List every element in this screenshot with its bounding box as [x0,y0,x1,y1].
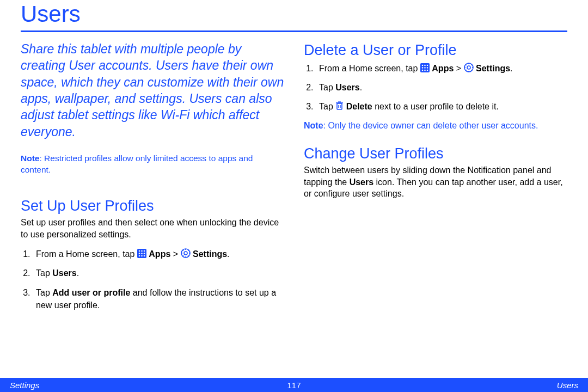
svg-point-7 [139,255,140,257]
page-title: Users [21,0,567,30]
heading-change: Change User Profiles [304,145,567,162]
list-item: Tap Add user or profile and follow the i… [33,286,284,311]
page-footer: Settings 117 Users [0,378,588,392]
title-divider [21,30,567,32]
settings-gear-icon [181,248,191,258]
step-text: From a Home screen, tap [319,64,420,73]
svg-rect-40 [337,103,342,109]
setup-body: Set up user profiles and then select one… [21,217,284,240]
step-text: From a Home screen, tap [36,249,137,259]
note-text: : Only the device owner can delete other… [323,121,538,130]
apps-grid-icon [137,249,146,258]
trash-icon [335,101,344,111]
note-text: : Restricted profiles allow only limited… [21,154,253,174]
settings-label: Settings [193,249,227,259]
list-item: From a Home screen, tap Apps > Settings. [316,62,567,75]
step-text: next to a user profile to delete it. [372,102,499,111]
step-text: . [360,83,362,92]
svg-line-36 [465,64,466,65]
svg-point-28 [424,70,426,71]
svg-line-38 [471,64,471,65]
note-label: Note [304,121,323,130]
users-label: Users [335,83,359,92]
svg-point-5 [141,253,143,254]
step-text: . [77,268,79,278]
svg-point-6 [144,253,145,254]
svg-point-3 [144,250,145,252]
list-item: Tap Users. [33,267,284,279]
add-user-label: Add user or profile [52,288,130,297]
apps-grid-icon [420,63,430,72]
svg-point-8 [141,255,143,257]
left-column: Share this tablet with multiple people b… [21,41,284,318]
step-text: Tap [319,83,335,92]
gt: > [170,249,180,259]
svg-point-9 [144,255,145,257]
content-columns: Share this tablet with multiple people b… [21,41,567,318]
footer-page-number: 117 [0,381,588,390]
list-item: Tap Delete next to a user profile to del… [316,100,567,113]
svg-point-31 [467,66,470,69]
step-text: . [227,249,229,259]
users-label: Users [52,268,76,278]
svg-point-29 [427,70,428,71]
document-page: Users Share this tablet with multiple pe… [0,0,588,392]
svg-line-19 [182,255,183,256]
right-column: Delete a User or Profile From a Home scr… [304,41,567,318]
svg-point-11 [184,252,187,255]
step-text: Tap [36,288,52,297]
svg-point-21 [422,65,424,66]
settings-gear-icon [464,63,474,72]
heading-setup: Set Up User Profiles [21,198,284,215]
svg-line-17 [188,255,188,256]
svg-line-18 [188,250,188,251]
svg-point-24 [422,67,424,69]
list-item: Tap Users. [316,81,567,94]
svg-point-25 [424,67,426,69]
svg-point-1 [139,250,140,252]
svg-point-10 [181,249,190,258]
intro-text: Share this tablet with multiple people b… [21,41,284,140]
setup-steps-list: From a Home screen, tap Apps > Settings.… [21,248,284,311]
note-owner-only: Note: Only the device owner can delete o… [304,120,567,132]
note-restricted: Note: Restricted profiles allow only lim… [21,153,284,176]
delete-steps-list: From a Home screen, tap Apps > Settings.… [304,62,567,113]
apps-label: Apps [149,249,170,259]
step-text: . [510,64,512,73]
gt: > [454,64,463,73]
svg-line-16 [182,250,183,251]
settings-label: Settings [476,64,510,73]
svg-line-39 [465,70,466,70]
delete-label: Delete [346,102,372,111]
svg-point-22 [424,65,426,66]
svg-point-4 [139,253,140,254]
step-text: Tap [319,102,335,111]
note-label: Note [21,154,39,163]
step-text: Tap [36,268,52,278]
users-label: Users [350,177,373,187]
apps-label: Apps [432,64,454,73]
heading-delete: Delete a User or Profile [304,42,567,59]
svg-point-23 [427,65,428,66]
svg-point-2 [141,250,143,252]
list-item: From a Home screen, tap Apps > Settings. [33,248,284,260]
change-body: Switch between users by sliding down the… [304,164,567,200]
svg-line-37 [471,70,471,70]
svg-point-26 [427,67,428,69]
svg-point-27 [422,70,424,71]
